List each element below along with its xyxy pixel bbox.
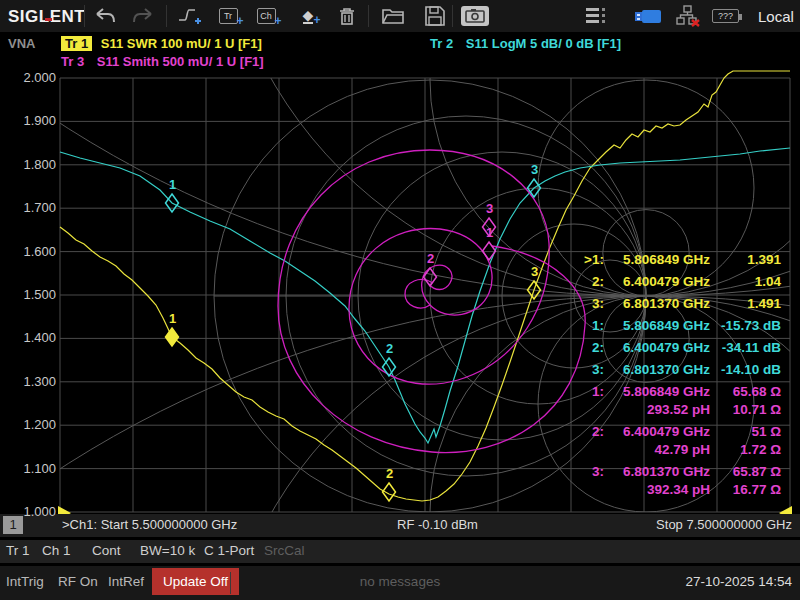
marker-readout-row: 2:6.400479 GHz1.04 [560, 274, 792, 290]
marker-label: 2 [427, 251, 434, 266]
y-axis-label: 1.300 [12, 374, 56, 389]
marker-readout-label: 1: [560, 318, 604, 334]
marker-tr2-2[interactable]: 2 [383, 341, 396, 376]
marker-readout-row: 42.79 pH1.72 Ω [560, 442, 792, 458]
marker-readout-value: 51 Ω [710, 424, 792, 440]
marker-readout-value: 65.87 Ω [710, 464, 792, 480]
marker-readout-value: -14.10 dB [710, 362, 792, 378]
marker-readout-value: 16.77 Ω [710, 482, 792, 498]
marker-tr1-3[interactable]: 3 [528, 264, 541, 299]
marker-readout-row: 1:5.806849 GHz-15.73 dB [560, 318, 792, 334]
marker-readout-value: 65.68 Ω [710, 384, 792, 400]
marker-readout-freq: 6.400479 GHz [610, 274, 710, 290]
marker-readout-freq: 5.806849 GHz [610, 318, 710, 334]
y-axis-label: 1.700 [12, 200, 56, 215]
marker-readout-value: 1.491 [710, 296, 792, 312]
marker-readout-label: 3: [560, 362, 604, 378]
marker-readout-value: 1.72 Ω [710, 442, 792, 458]
marker-readout-label: 2: [560, 274, 604, 290]
marker-readout-label: 3: [560, 464, 604, 480]
marker-readout-freq: 5.806849 GHz [610, 252, 710, 268]
marker-readout-row: 3:6.801370 GHz65.87 Ω [560, 464, 792, 480]
vna-screen: SIGLENT Tr + [0, 0, 800, 600]
marker-readout-freq: 6.400479 GHz [610, 340, 710, 356]
marker-label: 3 [531, 162, 538, 177]
marker-readout-value: -15.73 dB [710, 318, 792, 334]
marker-readout-freq: 42.79 pH [610, 442, 710, 458]
marker-readout-row: 2:6.400479 GHz-34.11 dB [560, 340, 792, 356]
marker-readout-label: 3: [560, 296, 604, 312]
channel-bar: 1 >Ch1: Start 5.500000000 GHz RF -0.10 d… [0, 514, 800, 537]
marker-readout-label [560, 482, 604, 498]
marker-tr1-2[interactable]: 2 [383, 466, 396, 501]
y-axis-label: 2.000 [12, 70, 56, 85]
marker-readout-freq: 6.801370 GHz [610, 362, 710, 378]
y-axis-label: 1.000 [12, 504, 56, 519]
marker-tr2-1[interactable]: 1 [166, 177, 179, 212]
marker-label: 2 [386, 466, 393, 481]
marker-readout-label: 2: [560, 340, 604, 356]
y-axis-label: 1.200 [12, 417, 56, 432]
marker-readout-freq: 5.806849 GHz [610, 384, 710, 400]
stop-frequency-field[interactable]: Stop 7.500000000 GHz [656, 517, 792, 532]
marker-readout-value: 1.04 [710, 274, 792, 290]
y-axis-label: 1.800 [12, 157, 56, 172]
marker-readout-freq: 392.34 pH [610, 482, 710, 498]
y-axis-label: 1.600 [12, 244, 56, 259]
marker-readout-label [560, 442, 604, 458]
marker-readout-value: 10.71 Ω [710, 402, 792, 418]
marker-readout-freq: 6.801370 GHz [610, 464, 710, 480]
marker-readout-row: 293.52 pH10.71 Ω [560, 402, 792, 418]
marker-readout-row: 1:5.806849 GHz65.68 Ω [560, 384, 792, 400]
marker-readout-row: 3:6.801370 GHz-14.10 dB [560, 362, 792, 378]
marker-readout-label [560, 402, 604, 418]
y-axis-label: 1.500 [12, 287, 56, 302]
marker-readout-freq: 6.801370 GHz [610, 296, 710, 312]
marker-readout-value: 1.391 [710, 252, 792, 268]
marker-readout-label: >1: [560, 252, 604, 268]
marker-readout-value: -34.11 dB [710, 340, 792, 356]
marker-readout-row: 392.34 pH16.77 Ω [560, 482, 792, 498]
marker-readout-label: 1: [560, 384, 604, 400]
marker-readout-label: 2: [560, 424, 604, 440]
y-axis-label: 1.900 [12, 113, 56, 128]
marker-label: 2 [386, 341, 393, 356]
marker-readout-freq: 293.52 pH [610, 402, 710, 418]
marker-readout-row: >1:5.806849 GHz1.391 [560, 252, 792, 268]
start-frequency-field[interactable]: >Ch1: Start 5.500000000 GHz [62, 517, 237, 532]
marker-readout-row: 3:6.801370 GHz1.491 [560, 296, 792, 312]
rf-power-field[interactable]: RF -0.10 dBm [397, 517, 478, 532]
y-axis-label: 1.100 [12, 461, 56, 476]
marker-label: 1 [169, 177, 176, 192]
marker-label: 3 [531, 264, 538, 279]
marker-label: 3 [486, 201, 493, 216]
marker-readout-row: 2:6.400479 GHz51 Ω [560, 424, 792, 440]
y-axis-label: 1.400 [12, 330, 56, 345]
marker-readout-freq: 6.400479 GHz [610, 424, 710, 440]
marker-label: 1 [169, 311, 176, 326]
